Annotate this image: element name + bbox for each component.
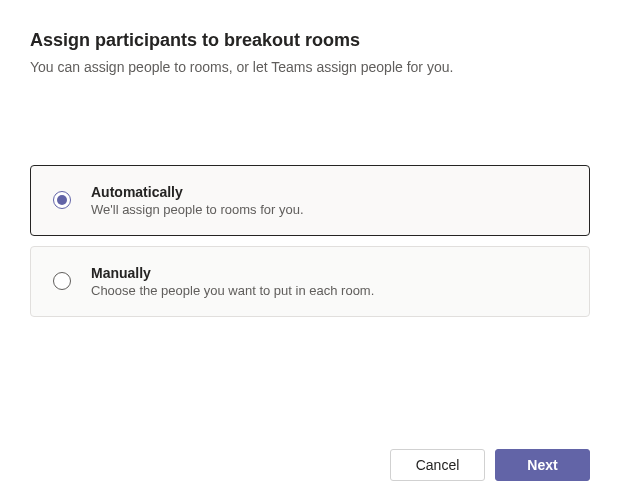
option-text: Manually Choose the people you want to p… (91, 265, 374, 298)
option-title-automatically: Automatically (91, 184, 304, 200)
option-desc-manually: Choose the people you want to put in eac… (91, 283, 374, 298)
option-manually[interactable]: Manually Choose the people you want to p… (30, 246, 590, 317)
option-text: Automatically We'll assign people to roo… (91, 184, 304, 217)
radio-icon (53, 191, 71, 209)
dialog-footer: Cancel Next (390, 449, 590, 481)
radio-icon (53, 272, 71, 290)
option-title-manually: Manually (91, 265, 374, 281)
assign-mode-options: Automatically We'll assign people to roo… (30, 165, 590, 317)
dialog-subtitle: You can assign people to rooms, or let T… (30, 59, 590, 75)
dialog-header: Assign participants to breakout rooms Yo… (30, 30, 590, 75)
cancel-button[interactable]: Cancel (390, 449, 485, 481)
dialog-title: Assign participants to breakout rooms (30, 30, 590, 51)
assign-participants-dialog: Assign participants to breakout rooms Yo… (0, 0, 620, 501)
option-desc-automatically: We'll assign people to rooms for you. (91, 202, 304, 217)
next-button[interactable]: Next (495, 449, 590, 481)
option-automatically[interactable]: Automatically We'll assign people to roo… (30, 165, 590, 236)
